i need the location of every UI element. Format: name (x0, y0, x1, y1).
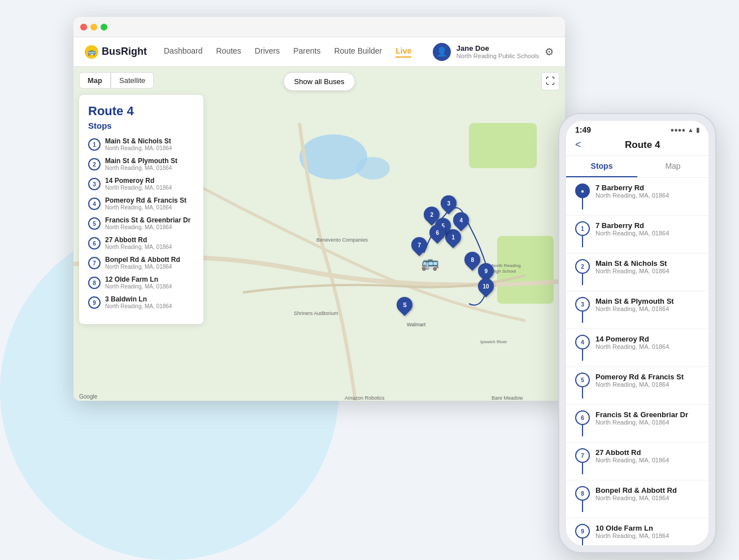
map-pin-school[interactable]: S (397, 297, 412, 313)
map-toolbar: Map Satellite (79, 72, 154, 89)
stop-address: North Reading, MA, 01864 (105, 224, 190, 230)
stop-connector-line (582, 312, 583, 323)
phone-tab-map[interactable]: Map (637, 156, 708, 177)
phone-stop-address: North Reading, MA, 01864 (595, 495, 677, 501)
battery-icon: ▮ (696, 126, 699, 134)
svg-point-0 (299, 134, 367, 180)
phone-stop-info: 27 Abbott Rd North Reading, MA, 01864 (595, 448, 669, 463)
stop-address: North Reading, MA, 01864 (105, 283, 172, 290)
svg-text:Google: Google (79, 393, 98, 400)
stop-item[interactable]: 4 Pomeroy Rd & Francis St North Reading,… (88, 196, 194, 211)
stop-circle: 2 (575, 259, 590, 274)
stop-number: 1 (88, 138, 101, 151)
stop-number: 2 (88, 158, 101, 170)
phone-stop-name: Pomeroy Rd & Francis St (595, 373, 684, 381)
stop-item[interactable]: 3 14 Pomeroy Rd North Reading, MA, 01864 (88, 177, 194, 191)
stops-sidebar: Route 4 Stops 1 Main St & Nichols St Nor… (79, 95, 203, 324)
stop-number: 5 (88, 217, 101, 230)
phone-stop-item[interactable]: 5 Pomeroy Rd & Francis St North Reading,… (566, 367, 708, 405)
stop-connector-line (582, 387, 583, 399)
phone-tab-stops[interactable]: Stops (566, 156, 637, 177)
satellite-view-button[interactable]: Satellite (111, 72, 154, 89)
show-all-buses-button[interactable]: Show all Buses (284, 72, 355, 91)
close-button[interactable] (80, 24, 87, 30)
phone-screen: 1:49 ●●●● ▲ ▮ < Route 4 Stops Map ● 7 Ba… (566, 121, 708, 545)
stop-item[interactable]: 1 Main St & Nichols St North Reading, MA… (88, 137, 194, 151)
phone-stop-item[interactable]: 7 27 Abbott Rd North Reading, MA, 01864 (566, 443, 708, 480)
fullscreen-icon: ⛶ (546, 76, 555, 86)
stop-address: North Reading, MA, 01864 (105, 264, 180, 270)
map-background[interactable]: Benevento Companies North Reading High S… (73, 67, 565, 401)
phone-stop-item[interactable]: 3 Main St & Plymouth St North Reading, M… (566, 291, 708, 329)
map-pin-7[interactable]: 7 (411, 237, 427, 253)
map-pin-4[interactable]: 4 (453, 212, 469, 228)
window-controls (80, 24, 107, 30)
phone-stops-list: ● 7 Barberry Rd North Reading, MA, 01864… (566, 178, 708, 545)
route-title: Route 4 (88, 104, 194, 119)
user-area: 👤 Jane Doe North Reading Public Schools … (433, 43, 554, 61)
phone-stop-item[interactable]: 1 7 Barberry Rd North Reading, MA, 01864 (566, 216, 708, 253)
phone-stop-info: Bonpel Rd & Abbott Rd North Reading, MA,… (595, 486, 677, 501)
phone-status-bar: 1:49 ●●●● ▲ ▮ (566, 121, 708, 137)
phone-stop-item[interactable]: ● 7 Barberry Rd North Reading, MA, 01864 (566, 178, 708, 216)
stop-indicator: 6 (575, 410, 590, 436)
stop-indicator: 1 (575, 221, 590, 247)
phone-stop-address: North Reading, MA, 01864 (595, 419, 688, 426)
stop-connector-line (582, 349, 583, 361)
stop-item[interactable]: 8 12 Olde Farm Ln North Reading, MA, 018… (88, 275, 194, 290)
stop-name: 27 Abbott Rd (105, 236, 172, 244)
settings-icon[interactable]: ⚙ (545, 46, 554, 58)
phone-stop-name: Main St & Nichols St (595, 259, 669, 268)
nav-drivers[interactable]: Drivers (255, 46, 280, 58)
phone-back-button[interactable]: < (575, 139, 581, 151)
stop-info: Main St & Plymouth St North Reading, MA,… (105, 157, 177, 171)
map-view-button[interactable]: Map (79, 72, 111, 89)
stop-indicator: 5 (575, 373, 590, 399)
fullscreen-button[interactable]: ⛶ (541, 72, 559, 90)
stops-list: 1 Main St & Nichols St North Reading, MA… (88, 137, 194, 309)
nav-route-builder[interactable]: Route Builder (334, 46, 382, 58)
svg-text:Benevento Companies: Benevento Companies (316, 237, 368, 243)
stop-info: Bonpel Rd & Abbott Rd North Reading, MA,… (105, 256, 180, 270)
phone-stop-item[interactable]: 8 Bonpel Rd & Abbott Rd North Reading, M… (566, 480, 708, 518)
nav-parents[interactable]: Parents (293, 46, 320, 58)
stop-item[interactable]: 9 3 Baldwin Ln North Reading, MA, 01864 (88, 295, 194, 309)
map-pin-9[interactable]: 9 (478, 263, 494, 279)
phone-stop-name: Francis St & Greenbriar Dr (595, 410, 688, 419)
stop-name: Main St & Nichols St (105, 137, 172, 145)
logo-text: BusRight (102, 46, 147, 58)
map-pin-10[interactable]: 10 (478, 278, 494, 294)
map-pin-6[interactable]: 6 (429, 225, 445, 240)
stop-name: 12 Olde Farm Ln (105, 275, 172, 283)
stop-name: Bonpel Rd & Abbott Rd (105, 256, 180, 264)
stop-connector-line (582, 425, 583, 436)
minimize-button[interactable] (90, 24, 97, 30)
phone-stop-info: Main St & Nichols St North Reading, MA, … (595, 259, 669, 274)
stop-circle: ● (575, 183, 590, 198)
stop-item[interactable]: 6 27 Abbott Rd North Reading, MA, 01864 (88, 236, 194, 250)
phone-stop-address: North Reading, MA, 01864 (595, 192, 669, 199)
nav-dashboard[interactable]: Dashboard (164, 46, 203, 58)
svg-text:High School: High School (492, 269, 516, 274)
phone-stop-name: 27 Abbott Rd (595, 448, 669, 457)
phone-status-icons: ●●●● ▲ ▮ (671, 126, 699, 134)
phone-stop-item[interactable]: 2 Main St & Nichols St North Reading, MA… (566, 253, 708, 291)
stop-item[interactable]: 7 Bonpel Rd & Abbott Rd North Reading, M… (88, 256, 194, 270)
stop-circle: 5 (575, 373, 590, 387)
stop-number: 8 (88, 277, 101, 289)
user-school: North Reading Public Schools (457, 53, 539, 59)
phone-stop-item[interactable]: 6 Francis St & Greenbriar Dr North Readi… (566, 405, 708, 443)
stop-item[interactable]: 2 Main St & Plymouth St North Reading, M… (88, 157, 194, 171)
phone-header: < Route 4 (566, 137, 708, 156)
avatar-icon: 👤 (436, 46, 447, 57)
phone-stop-item[interactable]: 9 10 Olde Farm Ln North Reading, MA, 018… (566, 518, 708, 545)
nav-live[interactable]: Live (395, 46, 411, 58)
map-pin-3[interactable]: 3 (441, 195, 457, 211)
stop-item[interactable]: 5 Francis St & Greenbriar Dr North Readi… (88, 216, 194, 230)
nav-routes[interactable]: Routes (216, 46, 241, 58)
stops-heading: Stops (88, 121, 194, 130)
stop-circle: 3 (575, 297, 590, 312)
phone-stop-item[interactable]: 4 14 Pomeroy Rd North Reading, MA, 01864 (566, 329, 708, 367)
maximize-button[interactable] (101, 24, 107, 30)
phone-stop-address: North Reading, MA, 01864 (595, 381, 684, 388)
